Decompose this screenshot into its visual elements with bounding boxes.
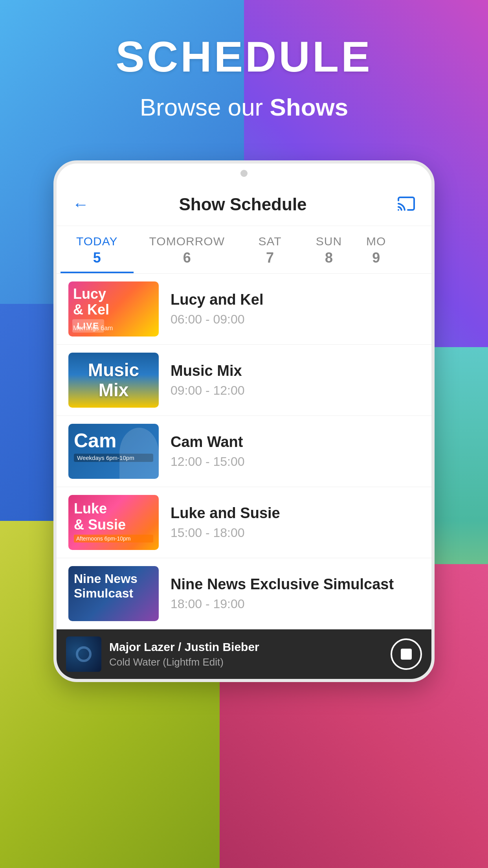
now-playing-track-title: Major Lazer / Justin Bieber — [109, 640, 383, 654]
show-item-cam-want[interactable]: Cam Weekdays 6pm-10pm Cam Want 12:00 - 1… — [57, 416, 431, 487]
stop-icon — [401, 649, 412, 660]
show-thumbnail-cam-want: Cam Weekdays 6pm-10pm — [68, 424, 159, 479]
show-info-luke-susie: Luke and Susie 15:00 - 18:00 — [171, 505, 420, 540]
tab-tomorrow[interactable]: TOMORROW 6 — [134, 226, 240, 273]
album-art — [66, 636, 101, 672]
phone-mockup: ← Show Schedule TODAY 5 — [53, 160, 435, 682]
show-info-cam-want: Cam Want 12:00 - 15:00 — [171, 434, 420, 469]
show-info-music-mix: Music Mix 09:00 - 12:00 — [171, 362, 420, 398]
show-title-music-mix: Music Mix — [171, 362, 420, 379]
show-time-cam-want: 12:00 - 15:00 — [171, 454, 420, 469]
person-silhouette-cam — [119, 428, 159, 479]
page-title: SCHEDULE — [116, 31, 372, 81]
show-time-luke-susie: 15:00 - 18:00 — [171, 526, 420, 540]
page-subtitle: Browse our Shows — [116, 93, 372, 121]
show-thumbnail-music-mix: MusicMix — [68, 353, 159, 408]
app-screen-title: Show Schedule — [179, 195, 306, 214]
show-title-nine-news: Nine News Exclusive Simulcast — [171, 576, 420, 593]
show-info-lucy-kel: Lucy and Kel 06:00 - 09:00 — [171, 291, 420, 327]
now-playing-bar[interactable]: Major Lazer / Justin Bieber Cold Water (… — [57, 629, 431, 679]
phone-notch — [57, 164, 431, 183]
schedule-list: Lucy& Kel Mornings 6am LIVE Lucy and Kel… — [57, 274, 431, 629]
thumb-label-luke-susie: Luke& Susie — [74, 500, 153, 533]
show-thumbnail-luke-susie: Luke& Susie Afternoons 6pm-10pm — [68, 495, 159, 550]
thumb-label-music-mix: MusicMix — [88, 360, 139, 400]
now-playing-info: Major Lazer / Justin Bieber Cold Water (… — [109, 640, 383, 668]
tab-sat[interactable]: SAT 7 — [240, 226, 299, 273]
show-time-music-mix: 09:00 - 12:00 — [171, 383, 420, 398]
app-screen: ← Show Schedule TODAY 5 — [57, 183, 431, 679]
stop-button[interactable] — [391, 638, 422, 670]
cast-button[interactable] — [397, 194, 416, 215]
show-thumbnail-nine-news: Nine NewsSimulcast — [68, 566, 159, 621]
app-header: ← Show Schedule — [57, 183, 431, 226]
show-item-music-mix[interactable]: MusicMix Music Mix 09:00 - 12:00 — [57, 345, 431, 416]
tab-today[interactable]: TODAY 5 — [61, 226, 134, 273]
show-title-luke-susie: Luke and Susie — [171, 505, 420, 522]
tab-mon[interactable]: MO 9 — [358, 226, 394, 273]
show-time-nine-news: 18:00 - 19:00 — [171, 597, 420, 611]
show-info-nine-news: Nine News Exclusive Simulcast 18:00 - 19… — [171, 576, 420, 611]
thumb-label-lucy-kel: Lucy& Kel — [73, 286, 154, 317]
show-title-lucy-kel: Lucy and Kel — [171, 291, 420, 308]
show-item-lucy-kel[interactable]: Lucy& Kel Mornings 6am LIVE Lucy and Kel… — [57, 274, 431, 345]
thumb-label-nine-news: Nine NewsSimulcast — [74, 572, 153, 601]
day-tabs-bar: TODAY 5 TOMORROW 6 SAT 7 SUN 8 — [57, 226, 431, 274]
album-art-disc — [76, 646, 92, 662]
live-badge: LIVE — [72, 319, 104, 333]
phone-camera — [240, 170, 248, 177]
back-button[interactable]: ← — [72, 195, 89, 214]
show-title-cam-want: Cam Want — [171, 434, 420, 451]
tab-sun[interactable]: SUN 8 — [299, 226, 358, 273]
show-time-lucy-kel: 06:00 - 09:00 — [171, 312, 420, 327]
show-item-nine-news[interactable]: Nine NewsSimulcast Nine News Exclusive S… — [57, 558, 431, 629]
show-thumbnail-lucy-kel: Lucy& Kel Mornings 6am LIVE — [68, 281, 159, 337]
show-item-luke-susie[interactable]: Luke& Susie Afternoons 6pm-10pm Luke and… — [57, 487, 431, 558]
now-playing-track-subtitle: Cold Water (Lightfm Edit) — [109, 656, 383, 668]
phone-frame: ← Show Schedule TODAY 5 — [53, 160, 435, 682]
thumb-sub-luke-susie: Afternoons 6pm-10pm — [74, 535, 153, 542]
